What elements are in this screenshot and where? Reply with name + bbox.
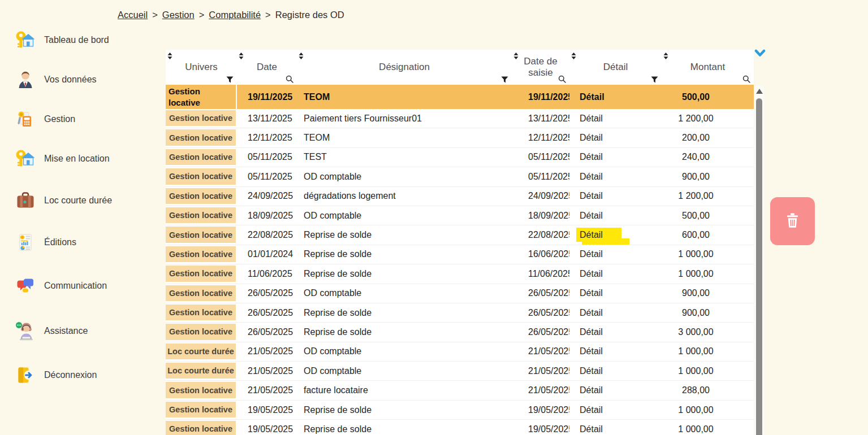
sort-icon[interactable] [239,53,244,59]
table-row[interactable]: Gestion locative 24/09/2025 dégradations… [166,187,754,206]
date-cell: 19/05/2025 [237,420,297,435]
sort-icon[interactable] [513,53,519,59]
date-cell: 05/11/2025 [237,148,297,167]
detail-link[interactable]: Détail [569,420,662,435]
date-saisie-cell: 24/09/2025 [512,187,569,206]
detail-link[interactable]: Détail [569,225,662,244]
table-row[interactable]: Gestion locative 19/05/2025 Reprise de s… [166,401,754,420]
table-row[interactable]: Loc courte durée 21/05/2025 OD comptable… [166,342,754,362]
column-header-designation[interactable]: Désignation [297,50,512,85]
designation-cell: OD comptable [297,167,512,186]
scroll-up-icon[interactable] [756,89,763,94]
detail-link[interactable]: Détail [569,85,662,109]
univers-badge: Gestion locative [166,285,236,301]
sidebar-item-loc-courte-duree[interactable]: Loc courte durée [15,189,112,212]
montant-cell: 288,00 [662,381,754,399]
sidebar-item-label: Communication [44,281,107,291]
sort-icon[interactable] [571,53,576,59]
delete-button[interactable] [770,197,815,245]
table-header: Univers Date Désignation Date de saisie … [166,50,754,85]
univers-badge: Gestion locative [166,188,236,204]
funnel-icon[interactable] [651,76,658,83]
column-header-date[interactable]: Date [237,50,297,85]
table-row[interactable]: Gestion locative 26/05/2025 Reprise de s… [166,303,754,323]
table-row[interactable]: Gestion locative 05/11/2025 OD comptable… [166,167,754,186]
univers-badge: Gestion locative [166,304,236,320]
sort-icon[interactable] [167,53,172,59]
detail-link[interactable]: Détail [569,381,662,399]
table-row[interactable]: Gestion locative 22/08/2025 Reprise de s… [166,225,754,245]
vertical-scrollbar[interactable] [754,86,764,435]
search-icon[interactable] [558,75,566,83]
table-row[interactable]: Gestion locative 11/06/2025 Reprise de s… [166,264,754,284]
table-row[interactable]: Loc courte durée 21/05/2025 OD comptable… [166,362,754,381]
detail-link[interactable]: Détail [569,401,662,419]
sidebar-item-editions[interactable]: Éditions [15,231,76,254]
montant-cell: 1 000,00 [662,401,754,419]
column-header-montant[interactable]: Montant [662,50,754,85]
column-header-univers[interactable]: Univers [166,50,237,85]
date-saisie-cell: 18/09/2025 [512,206,569,225]
breadcrumb-link-comptabilite[interactable]: Comptabilité [209,10,261,20]
breadcrumb-link-accueil[interactable]: Accueil [118,10,148,20]
table-row[interactable]: Gestion locative 13/11/2025 Paiement tie… [166,109,754,128]
detail-link[interactable]: Détail [569,245,662,264]
sidebar-item-assistance[interactable]: Assistance [15,320,88,342]
table-row[interactable]: Gestion locative 21/05/2025 facture loca… [166,381,754,400]
table-row[interactable]: Gestion locative 26/05/2025 Reprise de s… [166,323,754,342]
sidebar-item-vos-donnees[interactable]: Vos données [15,68,97,91]
table-row[interactable]: Gestion locative 26/05/2025 OD comptable… [166,284,754,303]
chevron-down-icon[interactable] [754,49,766,58]
montant-cell: 900,00 [662,284,754,303]
montant-cell: 900,00 [662,167,754,186]
date-cell: 21/05/2025 [237,381,297,399]
date-cell: 19/11/2025 [237,85,297,109]
table-row[interactable]: Gestion locative 05/11/2025 TEST 05/11/2… [166,148,754,167]
detail-link[interactable]: Détail [569,206,662,225]
funnel-icon[interactable] [501,76,508,83]
scrollbar-thumb[interactable] [756,98,762,435]
table-row[interactable]: Gestion locative 01/01/2024 Reprise de s… [166,245,754,264]
univers-badge: Gestion locative [166,402,236,417]
designation-cell: dégradations logement [297,187,512,206]
sort-icon[interactable] [663,53,668,59]
univers-badge: Gestion locative [166,266,236,281]
detail-link[interactable]: Détail [569,128,662,147]
montant-cell: 240,00 [662,148,754,167]
column-header-detail[interactable]: Détail [569,50,662,85]
date-saisie-cell: 26/05/2025 [512,284,569,303]
table-row[interactable]: Gestion locative 12/11/2025 TEOM 12/11/2… [166,128,754,147]
column-header-date-de-saisie[interactable]: Date de saisie [512,50,569,85]
table-row[interactable]: Gestion locative 19/05/2025 Reprise de s… [166,420,754,435]
sidebar-item-mise-en-location[interactable]: Mise en location [15,147,110,170]
detail-link[interactable]: Détail [569,342,662,361]
sort-icon[interactable] [299,53,304,59]
sidebar-item-tableau-de-bord[interactable]: Tableau de bord [15,29,109,51]
detail-link[interactable]: Détail [569,303,662,322]
table-row[interactable]: Gestion locative 19/11/2025 TEOM 19/11/2… [166,85,754,109]
univers-badge: Gestion locative [166,149,236,165]
sidebar-item-gestion[interactable]: Gestion [15,108,75,130]
breadcrumb-link-gestion[interactable]: Gestion [162,10,195,20]
detail-link[interactable]: Détail [569,284,662,303]
table-row[interactable]: Gestion locative 18/09/2025 OD comptable… [166,206,754,225]
funnel-icon[interactable] [226,76,234,83]
designation-cell: OD comptable [297,342,512,361]
sidebar-item-deconnexion[interactable]: Déconnexion [15,364,97,386]
detail-link[interactable]: Détail [569,187,662,206]
search-icon[interactable] [742,75,750,83]
detail-link[interactable]: Détail [569,148,662,167]
sidebar-item-label: Loc courte durée [44,195,112,206]
sidebar-item-label: Éditions [44,237,76,247]
detail-link[interactable]: Détail [569,323,662,341]
detail-link[interactable]: Détail [569,264,662,283]
table-body: Gestion locative 19/11/2025 TEOM 19/11/2… [166,85,754,435]
detail-link[interactable]: Détail [569,167,662,186]
detail-link[interactable]: Détail [569,362,662,380]
designation-cell: Reprise de solde [297,401,512,419]
date-cell: 12/11/2025 [237,128,297,147]
search-icon[interactable] [286,75,293,83]
date-saisie-cell: 11/06/2025 [512,264,569,283]
detail-link[interactable]: Détail [569,109,662,128]
sidebar-item-communication[interactable]: Communication [15,275,107,297]
